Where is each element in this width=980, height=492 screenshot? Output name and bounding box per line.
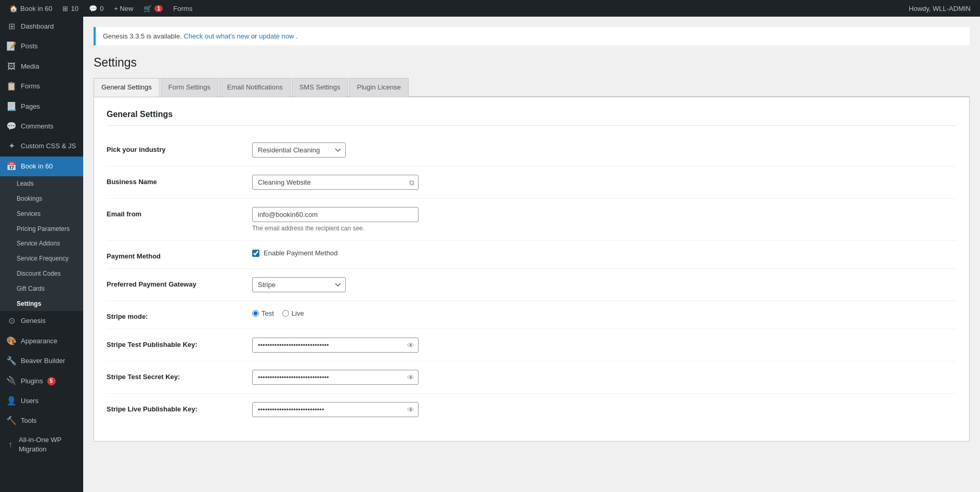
stripe-mode-live: Live (282, 309, 304, 317)
stripe-mode-control: Test Live (252, 309, 957, 317)
sidebar-item-label: Pages (21, 102, 40, 111)
stripe-mode-test-radio[interactable] (252, 310, 259, 317)
check-whats-new-link[interactable]: Check out what's new (184, 32, 249, 40)
update-now-link[interactable]: update now (259, 32, 294, 40)
wp-logo-icon: 🏠 (9, 5, 18, 12)
all-in-one-icon: ↑ (6, 439, 15, 450)
adminbar-new-label: + New (114, 5, 133, 12)
sidebar-item-comments[interactable]: 💬 Comments (0, 116, 83, 136)
stripe-live-publishable-label: Stripe Live Publishable Key: (107, 402, 252, 413)
sidebar-item-custom-css[interactable]: ✦ Custom CSS & JS (0, 136, 83, 156)
stripe-test-publishable-row: Stripe Test Publishable Key: 👁 (107, 329, 957, 361)
settings-label: Settings (17, 300, 41, 308)
tools-icon: 🔨 (6, 415, 17, 426)
tab-general-settings[interactable]: General Settings (94, 78, 160, 97)
sidebar-item-label: Comments (21, 122, 54, 131)
sidebar-item-label: Forms (21, 82, 40, 91)
sidebar-item-pricing-parameters[interactable]: Pricing Parameters (0, 222, 83, 237)
genesis-label: Genesis (21, 316, 46, 326)
pricing-parameters-label: Pricing Parameters (17, 225, 70, 234)
tab-form-settings[interactable]: Form Settings (161, 78, 218, 97)
eye-icon-2[interactable]: 👁 (407, 373, 414, 382)
sidebar-item-service-addons[interactable]: Service Addons (0, 236, 83, 251)
book-in-60-icon: 📅 (6, 161, 17, 172)
adminbar-woo[interactable]: 🛒 1 (138, 0, 168, 17)
service-frequency-label: Service Frequency (17, 254, 69, 263)
stripe-test-publishable-input[interactable] (252, 338, 419, 353)
adminbar-forms[interactable]: Forms (168, 0, 198, 17)
email-from-description: The email address the recipient can see. (252, 225, 957, 232)
sidebar-item-appearance[interactable]: 🎨 Appearance (0, 331, 83, 351)
adminbar-site[interactable]: 🏠 Book in 60 (4, 0, 57, 17)
sidebar-item-plugins[interactable]: 🔌 Plugins 5 (0, 371, 83, 391)
stripe-mode-test-label[interactable]: Test (262, 309, 274, 317)
sidebar-item-leads[interactable]: Leads (0, 176, 83, 191)
adminbar-comments[interactable]: 💬 0 (84, 0, 109, 17)
sidebar-item-pages[interactable]: 📃 Pages (0, 97, 83, 116)
stripe-test-publishable-control: 👁 (252, 338, 957, 353)
stripe-live-publishable-row: Stripe Live Publishable Key: 👁 (107, 394, 957, 425)
stripe-mode-live-label[interactable]: Live (292, 309, 304, 317)
sidebar-item-bookings[interactable]: Bookings (0, 191, 83, 206)
sidebar-item-posts[interactable]: 📝 Posts (0, 36, 83, 56)
comments-icon: 💬 (89, 5, 97, 12)
sidebar-item-service-frequency[interactable]: Service Frequency (0, 251, 83, 266)
page-title: Settings (94, 56, 970, 70)
sidebar-item-label: Custom CSS & JS (21, 141, 76, 151)
sidebar-item-beaver-builder[interactable]: 🔧 Beaver Builder (0, 351, 83, 371)
sidebar-item-discount-codes[interactable]: Discount Codes (0, 266, 83, 281)
sidebar-item-users[interactable]: 👤 Users (0, 391, 83, 411)
sidebar-item-all-in-one[interactable]: ↑ All-in-One WP Migration (0, 431, 83, 458)
copy-icon: ⧉ (409, 178, 414, 187)
notice-end: . (296, 32, 298, 40)
stripe-live-publishable-input[interactable] (252, 402, 419, 417)
plugins-icon: 🔌 (6, 375, 17, 386)
business-name-label: Business Name (107, 175, 252, 186)
plugins-label: Plugins (21, 377, 43, 386)
payment-method-row: Payment Method Enable Payment Method (107, 241, 957, 269)
all-in-one-label: All-in-One WP Migration (19, 435, 77, 454)
enable-payment-checkbox[interactable] (252, 250, 259, 257)
sidebar-item-genesis[interactable]: ⊙ Genesis (0, 311, 83, 331)
sidebar-item-gift-cards[interactable]: Gift Cards (0, 281, 83, 296)
sidebar-item-settings[interactable]: Settings (0, 296, 83, 312)
sidebar-item-forms[interactable]: 📋 Forms (0, 76, 83, 96)
leads-label: Leads (17, 179, 34, 188)
sidebar-item-dashboard[interactable]: ⊞ Dashboard (0, 17, 83, 36)
industry-select[interactable]: Residential Cleaning Commercial Cleaning… (252, 143, 346, 158)
stripe-test-secret-input[interactable] (252, 370, 419, 385)
tab-plugin-license[interactable]: Plugin License (349, 78, 409, 97)
stripe-mode-live-radio[interactable] (282, 310, 289, 317)
stripe-mode-label: Stripe mode: (107, 309, 252, 320)
stripe-mode-row: Stripe mode: Test Live (107, 301, 957, 329)
forms-icon: 📋 (6, 81, 17, 92)
discount-codes-label: Discount Codes (17, 269, 61, 278)
adminbar-updates[interactable]: ⊞ 10 (57, 0, 83, 17)
payment-gateway-row: Preferred Payment Gateway Stripe PayPal … (107, 269, 957, 301)
custom-css-icon: ✦ (6, 140, 17, 152)
tab-sms-settings[interactable]: SMS Settings (292, 78, 348, 97)
email-from-row: Email from The email address the recipie… (107, 199, 957, 241)
tab-email-notifications[interactable]: Email Notifications (219, 78, 291, 97)
sidebar-item-label: Dashboard (21, 22, 54, 31)
adminbar-new[interactable]: + New (109, 0, 138, 17)
sidebar-item-label: Book in 60 (21, 162, 53, 171)
payment-method-label: Payment Method (107, 249, 252, 260)
eye-icon-3[interactable]: 👁 (407, 406, 414, 414)
payment-gateway-select[interactable]: Stripe PayPal Square (252, 277, 346, 292)
settings-tabs: General Settings Form Settings Email Not… (94, 78, 970, 97)
enable-payment-label[interactable]: Enable Payment Method (264, 249, 337, 257)
sidebar-item-media[interactable]: 🖼 Media (0, 57, 83, 76)
stripe-test-publishable-label: Stripe Test Publishable Key: (107, 338, 252, 348)
payment-gateway-control: Stripe PayPal Square (252, 277, 957, 292)
eye-icon-1[interactable]: 👁 (407, 341, 414, 349)
woo-badge: 1 (154, 5, 163, 12)
sidebar-item-services[interactable]: Services (0, 206, 83, 222)
sidebar-item-tools[interactable]: 🔨 Tools (0, 411, 83, 431)
email-from-input[interactable] (252, 207, 419, 222)
sidebar-item-book-in-60[interactable]: 📅 Book in 60 (0, 157, 83, 176)
users-label: Users (21, 396, 38, 406)
industry-label: Pick your industry (107, 143, 252, 153)
business-name-input[interactable] (252, 175, 419, 190)
industry-control: Residential Cleaning Commercial Cleaning… (252, 143, 957, 158)
